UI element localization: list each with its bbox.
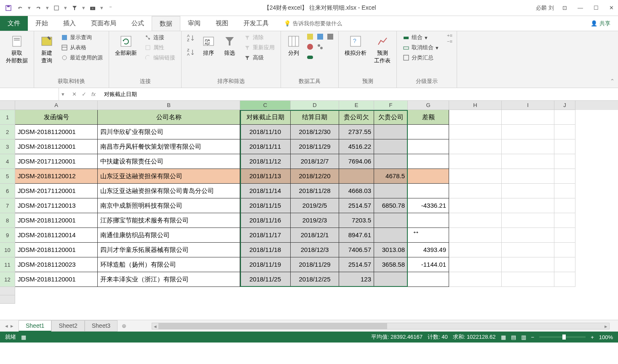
cell[interactable]: JDSM-20171120013 bbox=[15, 198, 98, 213]
text-to-columns-button[interactable]: 分列 bbox=[285, 33, 302, 59]
cell[interactable]: 结算日期 bbox=[291, 110, 339, 125]
cell[interactable]: 4668.03 bbox=[339, 184, 374, 198]
cell[interactable]: 2018/11/16 bbox=[240, 213, 291, 228]
user-name[interactable]: 必麟 刘 bbox=[536, 4, 554, 12]
cell[interactable] bbox=[554, 213, 575, 228]
normal-view-button[interactable]: ▦ bbox=[501, 334, 506, 340]
cell[interactable]: 2019/2/3 bbox=[291, 213, 339, 228]
cell[interactable]: 2018/11/28 bbox=[291, 184, 339, 198]
cell[interactable]: 环球造船（扬州）有限公司 bbox=[98, 257, 240, 272]
cell[interactable] bbox=[374, 228, 408, 243]
cell[interactable] bbox=[502, 213, 554, 228]
cell[interactable] bbox=[554, 272, 575, 287]
tab-scroll-left-icon[interactable]: ◂ bbox=[5, 323, 8, 329]
remove-duplicates-icon[interactable] bbox=[316, 33, 324, 40]
cell[interactable]: 南昌市丹凤轩餐饮策划管理有限公司 bbox=[98, 139, 240, 154]
cell[interactable]: 欠贵公司 bbox=[374, 110, 408, 125]
tab-home[interactable]: 开始 bbox=[28, 16, 56, 31]
cell[interactable] bbox=[554, 125, 575, 139]
cell[interactable] bbox=[554, 184, 575, 198]
cell[interactable] bbox=[554, 257, 575, 272]
tell-me[interactable]: 💡 告诉我你想要做什么 bbox=[276, 16, 350, 31]
cell[interactable] bbox=[374, 184, 408, 198]
get-external-data-button[interactable]: 获取 外部数据 bbox=[4, 33, 29, 66]
cell[interactable] bbox=[502, 228, 554, 243]
tab-scroll-right-icon[interactable]: ▸ bbox=[11, 323, 13, 329]
cell[interactable] bbox=[449, 257, 502, 272]
manage-data-model-icon[interactable] bbox=[306, 53, 314, 61]
ungroup-button[interactable]: 取消组合 ▾ bbox=[401, 43, 440, 52]
column-header-J[interactable]: J bbox=[554, 101, 575, 110]
cell[interactable]: 2018/11/17 bbox=[240, 228, 291, 243]
from-table-button[interactable]: 从表格 bbox=[59, 43, 104, 52]
cell[interactable] bbox=[449, 213, 502, 228]
column-header-H[interactable]: H bbox=[449, 101, 502, 110]
cell[interactable]: 南京中成新照明科技有限公司 bbox=[98, 198, 240, 213]
sheet-tab[interactable]: Sheet3 bbox=[85, 320, 118, 332]
cell[interactable]: 山东泛亚达融资担保有限公司 bbox=[98, 169, 240, 184]
cell[interactable]: 2737.55 bbox=[339, 125, 374, 139]
show-queries-button[interactable]: 显示查询 bbox=[59, 33, 104, 42]
cell[interactable] bbox=[449, 184, 502, 198]
cell[interactable] bbox=[554, 139, 575, 154]
cancel-formula-icon[interactable]: ✕ bbox=[72, 91, 77, 97]
cell[interactable]: 2018/11/25 bbox=[240, 272, 291, 287]
cell[interactable] bbox=[408, 228, 449, 243]
cell[interactable]: 2018/11/14 bbox=[240, 184, 291, 198]
column-header-I[interactable]: I bbox=[502, 101, 554, 110]
sheet-tab[interactable]: Sheet2 bbox=[51, 320, 84, 332]
cell[interactable]: 2018/11/12 bbox=[240, 154, 291, 169]
row-header[interactable]: 4 bbox=[0, 154, 15, 169]
column-header-D[interactable]: D bbox=[291, 101, 339, 110]
cell[interactable] bbox=[554, 169, 575, 184]
cell[interactable] bbox=[554, 228, 575, 243]
subtotal-button[interactable]: 分类汇总 bbox=[401, 53, 440, 62]
cell[interactable] bbox=[554, 110, 575, 125]
name-box[interactable] bbox=[0, 88, 59, 100]
redo-button[interactable] bbox=[34, 4, 43, 12]
macro-record-icon[interactable]: ▦ bbox=[21, 334, 26, 340]
cell[interactable]: 山东泛亚达融资担保有限公司青岛分公司 bbox=[98, 184, 240, 198]
cell[interactable] bbox=[449, 243, 502, 257]
forecast-sheet-button[interactable]: 预测 工作表 bbox=[372, 33, 392, 66]
tab-view[interactable]: 视图 bbox=[208, 16, 236, 31]
cell[interactable]: 2018/12/1 bbox=[291, 228, 339, 243]
group-button[interactable]: 组合 ▾ bbox=[401, 33, 440, 42]
cell[interactable]: 2018/12/3 bbox=[291, 243, 339, 257]
cell[interactable] bbox=[408, 272, 449, 287]
cell[interactable] bbox=[502, 184, 554, 198]
cell[interactable]: 123 bbox=[339, 272, 374, 287]
cell[interactable] bbox=[449, 125, 502, 139]
column-header-F[interactable]: F bbox=[374, 101, 408, 110]
row-header[interactable]: 6 bbox=[0, 184, 15, 198]
touch-mode-button[interactable] bbox=[52, 4, 61, 12]
page-layout-view-button[interactable]: ▤ bbox=[511, 334, 516, 340]
cell[interactable] bbox=[449, 139, 502, 154]
page-break-view-button[interactable]: ▥ bbox=[521, 334, 526, 340]
tab-review[interactable]: 审阅 bbox=[180, 16, 208, 31]
cell[interactable]: 8947.61 bbox=[339, 228, 374, 243]
cell[interactable] bbox=[374, 213, 408, 228]
data-validation-icon[interactable] bbox=[306, 43, 314, 51]
cell[interactable]: 四川华欣矿业有限公司 bbox=[98, 125, 240, 139]
relationships-icon[interactable] bbox=[316, 43, 324, 51]
cell[interactable]: JDSM-20181120001 bbox=[15, 243, 98, 257]
cell[interactable]: 2514.57 bbox=[339, 257, 374, 272]
cell[interactable] bbox=[408, 139, 449, 154]
cell[interactable]: 开来丰泽实业（浙江）有限公司 bbox=[98, 272, 240, 287]
cell[interactable]: 2018/11/29 bbox=[291, 139, 339, 154]
tab-insert[interactable]: 插入 bbox=[56, 16, 83, 31]
advanced-filter-button[interactable]: 高级 bbox=[242, 53, 276, 62]
maximize-button[interactable]: ☐ bbox=[594, 5, 599, 11]
cell[interactable] bbox=[449, 198, 502, 213]
cell[interactable] bbox=[502, 243, 554, 257]
column-header-E[interactable]: E bbox=[339, 101, 374, 110]
cell[interactable]: JDSM-20181120001 bbox=[15, 213, 98, 228]
row-header[interactable]: 1 bbox=[0, 110, 15, 125]
cell[interactable]: 2018/11/29 bbox=[291, 257, 339, 272]
cell[interactable]: 4678.5 bbox=[374, 169, 408, 184]
what-if-button[interactable]: ? 模拟分析 bbox=[343, 33, 368, 59]
cell[interactable] bbox=[449, 169, 502, 184]
row-header[interactable]: 9 bbox=[0, 228, 15, 243]
horizontal-scrollbar[interactable]: ◂ ▸ bbox=[152, 323, 610, 329]
